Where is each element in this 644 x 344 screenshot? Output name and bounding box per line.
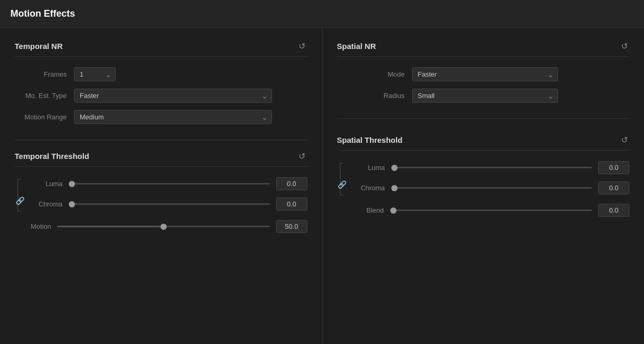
spatial-link-bracket-left: 🔗	[337, 162, 348, 189]
spatial-chroma-track[interactable]	[391, 187, 592, 189]
spatial-divider	[337, 118, 630, 119]
spatial-luma-value[interactable]: 0.0	[598, 161, 629, 174]
temporal-nr-section: Temporal NR ↺ Frames 1 2 3 4 5	[15, 41, 307, 124]
temporal-nr-reset-icon[interactable]: ↺	[297, 41, 307, 51]
temporal-luma-row: Luma 0.0	[26, 177, 307, 190]
spatial-nr-header: Spatial NR ↺	[337, 41, 630, 57]
temporal-luma-thumb[interactable]	[69, 181, 75, 187]
left-column: Temporal NR ↺ Frames 1 2 3 4 5	[0, 28, 323, 344]
spatial-threshold-section: Spatial Threshold ↺ 🔗	[337, 129, 630, 217]
radius-select-wrapper: Small Medium Large	[412, 89, 558, 103]
linked-sliders-container: Luma 0.0 Chroma	[26, 177, 307, 218]
motion-range-select[interactable]: Small Medium Large	[74, 110, 272, 124]
mode-select-wrapper: Faster Better	[412, 67, 558, 81]
spatial-luma-thumb[interactable]	[391, 165, 398, 171]
temporal-motion-label: Motion	[15, 223, 51, 230]
spatial-threshold-title: Spatial Threshold	[337, 136, 403, 144]
temporal-threshold-reset-icon[interactable]: ↺	[297, 151, 307, 161]
spatial-chroma-row: Chroma 0.0	[349, 181, 630, 194]
temporal-chroma-label: Chroma	[26, 200, 63, 208]
motion-range-select-wrapper: Small Medium Large	[74, 110, 272, 124]
spatial-link-chain-icon[interactable]: 🔗	[338, 180, 346, 189]
spatial-luma-row: Luma 0.0	[349, 161, 630, 174]
mode-select[interactable]: Faster Better	[412, 67, 558, 81]
mo-est-select-wrapper: Faster Better	[74, 89, 272, 103]
luma-chroma-linked-group: 🔗 Luma 0.0	[15, 177, 307, 218]
mo-est-row: Mo. Est. Type Faster Better	[15, 89, 307, 103]
temporal-luma-track[interactable]	[69, 183, 270, 185]
blend-value[interactable]: 0.0	[598, 204, 629, 217]
spatial-link-bracket-svg	[339, 162, 345, 196]
spatial-chroma-value[interactable]: 0.0	[598, 181, 629, 194]
temporal-motion-value[interactable]: 50.0	[276, 220, 307, 233]
frames-row: Frames 1 2 3 4 5	[15, 67, 307, 81]
temporal-motion-thumb[interactable]	[160, 224, 167, 230]
radius-row: Radius Small Medium Large	[337, 89, 630, 103]
temporal-chroma-row: Chroma 0.0	[26, 198, 307, 211]
spatial-luma-track[interactable]	[391, 167, 592, 168]
frames-label: Frames	[15, 70, 67, 78]
motion-range-row: Motion Range Small Medium Large	[15, 110, 307, 124]
blend-track[interactable]	[390, 210, 592, 211]
spatial-nr-section: Spatial NR ↺ Mode Faster Better Radius	[337, 41, 630, 103]
temporal-threshold-title: Temporal Threshold	[15, 152, 89, 161]
motion-range-label: Motion Range	[15, 113, 67, 121]
spatial-chroma-thumb[interactable]	[391, 185, 398, 191]
panel-title: Motion Effects	[10, 8, 75, 19]
temporal-threshold-header: Temporal Threshold ↺	[15, 151, 307, 167]
spatial-chroma-label: Chroma	[349, 184, 385, 192]
temporal-chroma-value[interactable]: 0.0	[276, 198, 307, 211]
temporal-nr-header: Temporal NR ↺	[15, 41, 307, 57]
temporal-motion-track[interactable]	[57, 226, 270, 227]
mode-label: Mode	[337, 70, 405, 78]
mo-est-label: Mo. Est. Type	[15, 92, 67, 100]
blend-row: Blend 0.0	[337, 204, 630, 217]
temporal-luma-label: Luma	[26, 180, 63, 188]
spatial-threshold-header: Spatial Threshold ↺	[337, 134, 630, 151]
temporal-threshold-section: Temporal Threshold ↺ 🔗	[15, 140, 307, 233]
blend-label: Blend	[337, 206, 384, 214]
spatial-luma-label: Luma	[349, 164, 385, 171]
frames-select[interactable]: 1 2 3 4 5	[74, 67, 116, 81]
link-bracket-svg	[17, 178, 23, 212]
temporal-motion-row: Motion 50.0	[15, 220, 307, 233]
link-bracket-left: 🔗	[15, 178, 25, 205]
temporal-motion-fill	[57, 226, 164, 227]
right-column: Spatial NR ↺ Mode Faster Better Radius	[323, 28, 645, 344]
spatial-nr-title: Spatial NR	[337, 42, 376, 51]
temporal-chroma-track[interactable]	[69, 203, 270, 205]
spatial-luma-chroma-linked-group: 🔗 Luma 0.0	[337, 161, 630, 202]
spatial-nr-reset-icon[interactable]: ↺	[619, 41, 629, 51]
radius-label: Radius	[337, 92, 405, 100]
temporal-nr-title: Temporal NR	[15, 42, 63, 51]
link-chain-icon[interactable]: 🔗	[16, 196, 24, 205]
frames-select-wrapper: 1 2 3 4 5	[74, 67, 116, 81]
panel-body: Temporal NR ↺ Frames 1 2 3 4 5	[0, 28, 644, 344]
mode-row: Mode Faster Better	[337, 67, 630, 81]
motion-effects-panel: Motion Effects Temporal NR ↺ Frames 1 2 …	[0, 0, 644, 344]
temporal-luma-value[interactable]: 0.0	[276, 177, 307, 190]
radius-select[interactable]: Small Medium Large	[412, 89, 558, 103]
spatial-linked-sliders-container: Luma 0.0 Chroma	[349, 161, 630, 202]
blend-thumb[interactable]	[390, 207, 397, 214]
mo-est-select[interactable]: Faster Better	[74, 89, 272, 103]
spatial-threshold-reset-icon[interactable]: ↺	[619, 134, 629, 145]
panel-header: Motion Effects	[0, 0, 644, 28]
temporal-chroma-thumb[interactable]	[69, 201, 75, 207]
